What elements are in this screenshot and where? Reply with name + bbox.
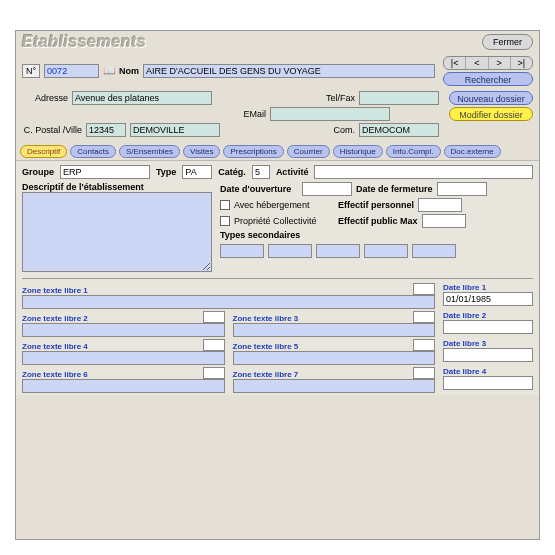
- groupe-label: Groupe: [22, 167, 54, 177]
- nav-last-button[interactable]: >|: [511, 57, 532, 69]
- eff-pub-field[interactable]: [422, 214, 466, 228]
- cpville-label: C. Postal /Ville: [22, 125, 82, 135]
- com-label: Com.: [309, 125, 355, 135]
- date-ouv-field[interactable]: [302, 182, 352, 196]
- nom-field[interactable]: [143, 64, 435, 78]
- zone2-extra[interactable]: [203, 311, 225, 323]
- close-button[interactable]: Fermer: [482, 34, 533, 50]
- telfax-field[interactable]: [359, 91, 439, 105]
- zone1-label: Zone texte libre 1: [22, 286, 88, 295]
- zone2-field[interactable]: [22, 323, 225, 337]
- zone5-field[interactable]: [233, 351, 436, 365]
- date3-field[interactable]: [443, 348, 533, 362]
- activite-label: Activité: [276, 167, 309, 177]
- adresse-label: Adresse: [22, 93, 68, 103]
- nav-group: |< < > >|: [443, 56, 533, 70]
- zone4-label: Zone texte libre 4: [22, 342, 88, 351]
- date2-field[interactable]: [443, 320, 533, 334]
- zone5-extra[interactable]: [413, 339, 435, 351]
- nav-first-button[interactable]: |<: [444, 57, 466, 69]
- sec-type-2[interactable]: [268, 244, 312, 258]
- email-field[interactable]: [270, 107, 390, 121]
- propcoll-label: Propriété Collectivité: [234, 216, 334, 226]
- right-details: Date d'ouverture Date de fermeture Avec …: [220, 182, 533, 274]
- date2-label: Date libre 2: [443, 311, 533, 320]
- telfax-label: Tel/Fax: [309, 93, 355, 103]
- date1-label: Date libre 1: [443, 283, 533, 292]
- zone1-extra[interactable]: [413, 283, 435, 295]
- num-label: N°: [22, 64, 40, 78]
- zone4-field[interactable]: [22, 351, 225, 365]
- date-ferm-field[interactable]: [437, 182, 487, 196]
- tabs: Descriptif Contacts S/Ensembles Visites …: [16, 143, 539, 160]
- tab-courrier[interactable]: Courrier: [287, 145, 330, 158]
- date-ouv-label: Date d'ouverture: [220, 184, 298, 194]
- main-panel: Groupe Type Catég. Activité Descriptif d…: [16, 160, 539, 395]
- side-buttons: |< < > >| Rechercher: [443, 56, 533, 86]
- search-button[interactable]: Rechercher: [443, 72, 533, 86]
- window: Etablissements Fermer N° 📖 Nom |< < > >|…: [15, 30, 540, 540]
- title-bar: Etablissements Fermer: [16, 31, 539, 53]
- tab-visites[interactable]: Visites: [183, 145, 220, 158]
- eff-pers-label: Effectif personnel: [338, 200, 414, 210]
- sec-type-3[interactable]: [316, 244, 360, 258]
- tab-contacts[interactable]: Contacts: [70, 145, 116, 158]
- tab-sensembles[interactable]: S/Ensembles: [119, 145, 180, 158]
- categ-field[interactable]: [252, 165, 270, 179]
- date4-field[interactable]: [443, 376, 533, 390]
- activite-field[interactable]: [314, 165, 533, 179]
- zone6-field[interactable]: [22, 379, 225, 393]
- date4-label: Date libre 4: [443, 367, 533, 376]
- sec-type-4[interactable]: [364, 244, 408, 258]
- tab-docexterne[interactable]: Doc.externe: [444, 145, 501, 158]
- hebergement-checkbox[interactable]: [220, 200, 230, 210]
- nav-next-button[interactable]: >: [489, 57, 511, 69]
- zone6-label: Zone texte libre 6: [22, 370, 88, 379]
- zone7-extra[interactable]: [413, 367, 435, 379]
- zone4-extra[interactable]: [203, 339, 225, 351]
- adresse-field[interactable]: [72, 91, 212, 105]
- num-field[interactable]: [44, 64, 99, 78]
- zone2-label: Zone texte libre 2: [22, 314, 88, 323]
- date1-field[interactable]: [443, 292, 533, 306]
- type-field[interactable]: [182, 165, 212, 179]
- zone7-label: Zone texte libre 7: [233, 370, 299, 379]
- zone5-label: Zone texte libre 5: [233, 342, 299, 351]
- nom-label: Nom: [119, 66, 139, 76]
- tab-descriptif[interactable]: Descriptif: [20, 145, 67, 158]
- date-ferm-label: Date de fermeture: [356, 184, 433, 194]
- desc-field[interactable]: [22, 192, 212, 272]
- cp-field[interactable]: [86, 123, 126, 137]
- header-row: N° 📖 Nom |< < > >| Rechercher: [16, 53, 539, 89]
- zone6-extra[interactable]: [203, 367, 225, 379]
- window-title: Etablissements: [22, 33, 146, 51]
- eff-pub-label: Effectif public Max: [338, 216, 418, 226]
- types-sec-label: Types secondaires: [220, 230, 533, 240]
- tab-infocompl[interactable]: Info.Compl.: [386, 145, 441, 158]
- sec-type-5[interactable]: [412, 244, 456, 258]
- zone1-field[interactable]: [22, 295, 435, 309]
- zone3-field[interactable]: [233, 323, 436, 337]
- new-button[interactable]: Nouveau dossier: [449, 91, 533, 105]
- date3-label: Date libre 3: [443, 339, 533, 348]
- tab-prescriptions[interactable]: Prescriptions: [223, 145, 283, 158]
- com-field[interactable]: [359, 123, 439, 137]
- type-label: Type: [156, 167, 176, 177]
- edit-button[interactable]: Modifier dossier: [449, 107, 533, 121]
- tab-historique[interactable]: Historique: [333, 145, 383, 158]
- nav-prev-button[interactable]: <: [466, 57, 488, 69]
- address-block: Adresse Tel/Fax EMail C. Postal /Ville C…: [16, 89, 445, 143]
- groupe-field[interactable]: [60, 165, 150, 179]
- zone3-label: Zone texte libre 3: [233, 314, 299, 323]
- eff-pers-field[interactable]: [418, 198, 462, 212]
- categ-label: Catég.: [218, 167, 246, 177]
- zone7-field[interactable]: [233, 379, 436, 393]
- sec-types: [220, 244, 533, 258]
- propcoll-checkbox[interactable]: [220, 216, 230, 226]
- lookup-icon[interactable]: 📖: [103, 65, 115, 77]
- desc-label: Descriptif de l'établissement: [22, 182, 212, 192]
- sec-type-1[interactable]: [220, 244, 264, 258]
- zone-grid: Zone texte libre 1 Date libre 1 Zone tex…: [22, 283, 533, 393]
- ville-field[interactable]: [130, 123, 220, 137]
- zone3-extra[interactable]: [413, 311, 435, 323]
